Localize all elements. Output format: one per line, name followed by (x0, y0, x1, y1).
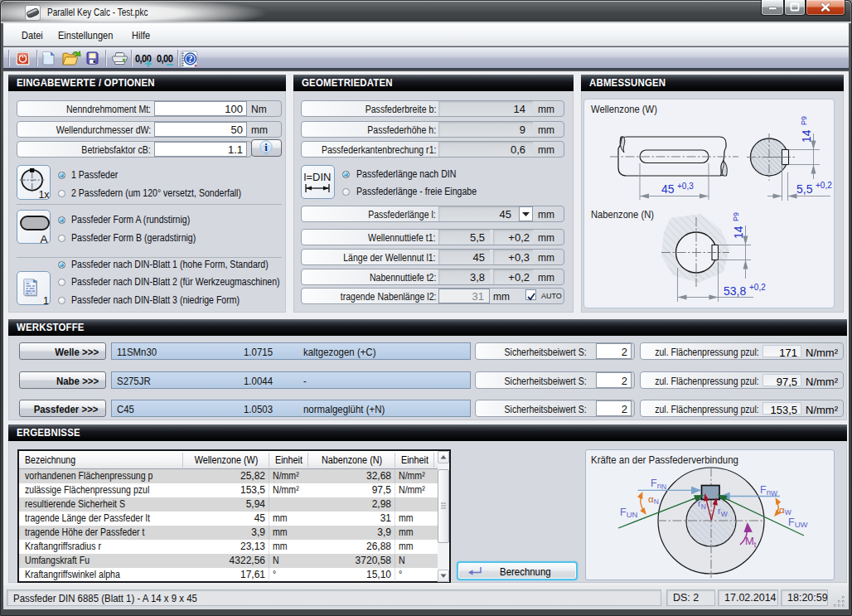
svg-text:A: A (41, 233, 48, 243)
svg-text:53,8: 53,8 (724, 284, 746, 298)
svg-text:l=DIN: l=DIN (304, 171, 332, 183)
svg-text:P9: P9 (732, 212, 740, 221)
svg-text:5,5: 5,5 (796, 182, 813, 196)
svg-text:Nabenzone (N): Nabenzone (N) (591, 208, 654, 221)
svg-text:14: 14 (800, 129, 813, 143)
svg-text:+0,2: +0,2 (749, 283, 766, 292)
svg-text:1x: 1x (38, 189, 50, 200)
svg-text:+0,2: +0,2 (816, 181, 832, 190)
svg-text:45: 45 (661, 182, 675, 196)
svg-text:P9: P9 (800, 116, 808, 125)
svg-text:FnN: FnN (651, 478, 666, 491)
svg-text:αN: αN (648, 494, 659, 506)
svg-text:Wellenzone (W): Wellenzone (W) (591, 103, 657, 115)
svg-text:?: ? (188, 54, 193, 64)
svg-text:14: 14 (732, 226, 745, 239)
svg-text:FnW: FnW (760, 484, 777, 497)
svg-text:FUN: FUN (620, 507, 638, 520)
svg-text:FUW: FUW (788, 517, 808, 530)
svg-text:Kräfte an der Passfederverbind: Kräfte an der Passfederverbindung (591, 454, 738, 466)
svg-text:+0,3: +0,3 (677, 182, 694, 191)
svg-text:1: 1 (43, 295, 49, 305)
svg-text:i: i (264, 141, 268, 153)
svg-text:αW: αW (779, 505, 791, 517)
